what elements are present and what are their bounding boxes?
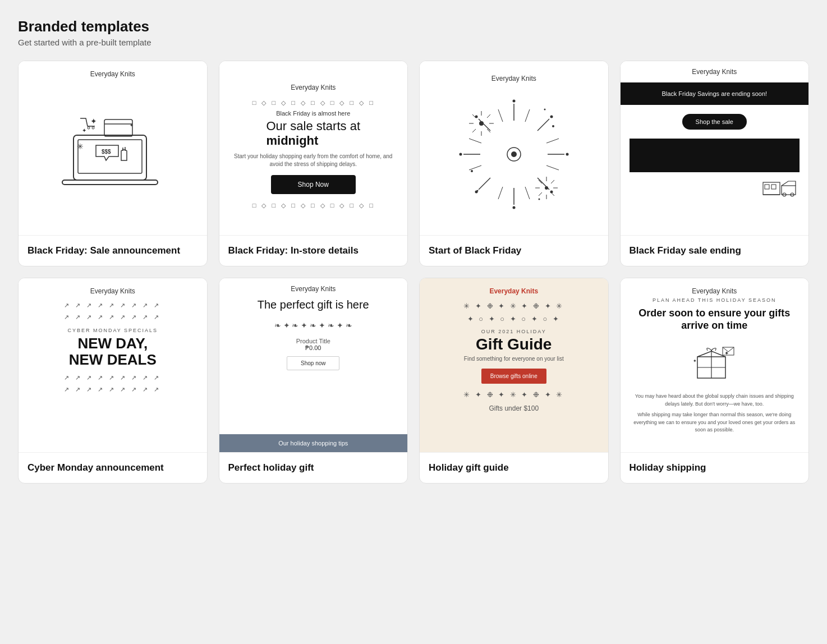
- svg-rect-10: [104, 119, 132, 136]
- card-5-brand: Everyday Knits: [90, 287, 135, 295]
- svg-point-33: [512, 206, 515, 209]
- card-6-product-price: ₱0.00: [305, 344, 321, 352]
- card-7-snowflakes-bottom: ✳ ✦ ❉ ✦ ✳ ✦ ❉ ✦ ✳: [463, 390, 564, 399]
- card-2-cta[interactable]: Shop Now: [271, 175, 356, 194]
- svg-line-20: [479, 178, 490, 190]
- card-4-brand: Everyday Knits: [621, 61, 809, 82]
- svg-line-29: [546, 165, 559, 170]
- card-2-body: Start your holiday shopping early from t…: [231, 153, 397, 168]
- card-2[interactable]: Everyday Knits □ ◇ □ ◇ □ ◇ □ ◇ □ ◇ □ ◇ □…: [219, 61, 408, 266]
- svg-line-22: [498, 109, 503, 122]
- svg-point-57: [545, 186, 548, 190]
- card-2-label: Black Friday: In-store details: [219, 235, 408, 266]
- svg-line-46: [472, 129, 476, 132]
- card-1[interactable]: Everyday Knits $$$: [18, 61, 208, 266]
- card-8-box-illustration: ✦ ✦: [692, 343, 737, 388]
- card-8-label: Holiday shipping: [621, 452, 809, 483]
- card-6-headline: The perfect gift is here: [246, 297, 380, 312]
- svg-text:✳: ✳: [77, 142, 84, 151]
- card-8-brand: Everyday Knits: [692, 287, 737, 295]
- card-6-product-title: Product Title: [296, 338, 330, 344]
- svg-line-25: [525, 187, 530, 199]
- card-2-headline: Our sale starts atmidnight: [266, 119, 360, 149]
- card-7-our-holiday: OUR 2021 HOLIDAY: [481, 329, 546, 334]
- card-3-brand: Everyday Knits: [491, 75, 536, 82]
- template-grid: Everyday Knits $$$: [18, 61, 809, 484]
- card-6-lights: ❧ ✦ ❧ ✦ ❧ ✦ ❧ ✦ ❧: [274, 321, 352, 330]
- card-7-label: Holiday gift guide: [420, 452, 608, 483]
- svg-line-26: [469, 139, 481, 143]
- svg-line-54: [551, 180, 554, 183]
- card-4-delivery: [621, 172, 809, 204]
- svg-point-35: [566, 153, 568, 156]
- svg-point-62: [538, 199, 540, 200]
- card-7[interactable]: Everyday Knits ✳ ✦ ❉ ✦ ✳ ✦ ❉ ✦ ✳ ✦ ○ ✦ ○…: [419, 278, 609, 484]
- card-8[interactable]: Everyday Knits PLAN AHEAD THIS HOLIDAY S…: [620, 278, 810, 484]
- card-7-gifts-under: Gifts under $100: [489, 404, 539, 412]
- svg-line-55: [539, 192, 542, 196]
- svg-point-6: [92, 127, 94, 129]
- card-7-gift-guide: Gift Guide: [476, 335, 552, 353]
- svg-text:✦: ✦: [90, 117, 97, 126]
- card-5-specials: CYBER MONDAY SPECIALS: [67, 328, 158, 333]
- card-5-label: Cyber Monday announcement: [19, 452, 207, 483]
- svg-point-37: [550, 116, 553, 118]
- svg-line-19: [537, 119, 549, 131]
- card-7-snowflakes-top: ✳ ✦ ❉ ✦ ✳ ✦ ❉ ✦ ✳: [463, 302, 564, 310]
- svg-point-48: [479, 121, 484, 126]
- card-4-bottom-bar: [630, 139, 800, 172]
- svg-point-61: [544, 109, 545, 111]
- card-4-shop-btn[interactable]: Shop the sale: [682, 114, 747, 130]
- svg-text:✦: ✦: [82, 127, 86, 134]
- card-6-brand: Everyday Knits: [291, 278, 336, 297]
- card-5-arrows-2: ↗ ↗ ↗ ↗ ↗ ↗ ↗ ↗ ↗: [64, 314, 161, 321]
- svg-point-5: [88, 127, 90, 129]
- card-4-label: Black Friday sale ending: [621, 235, 809, 266]
- card-1-brand: Everyday Knits: [90, 70, 135, 78]
- svg-point-32: [512, 100, 515, 103]
- svg-rect-12: [62, 180, 158, 185]
- svg-text:$$$: $$$: [102, 149, 111, 155]
- svg-line-28: [546, 139, 559, 143]
- svg-line-27: [469, 165, 481, 170]
- card-3-label: Start of Black Friday: [420, 235, 608, 266]
- card-5[interactable]: Everyday Knits ↗ ↗ ↗ ↗ ↗ ↗ ↗ ↗ ↗ ↗ ↗ ↗ ↗…: [18, 278, 208, 484]
- card-4[interactable]: Everyday Knits Black Friday Savings are …: [620, 61, 810, 266]
- card-6-label: Perfect holiday gift: [219, 452, 408, 483]
- card-7-find: Find something for everyone on your list: [464, 356, 564, 362]
- card-8-body2: While shipping may take longer than norm…: [630, 411, 800, 434]
- card-5-arrows-1: ↗ ↗ ↗ ↗ ↗ ↗ ↗ ↗ ↗: [64, 302, 161, 309]
- card-5-arrows-3: ↗ ↗ ↗ ↗ ↗ ↗ ↗ ↗ ↗: [64, 374, 161, 381]
- card-7-snowflakes-mid: ✦ ○ ✦ ○ ✦ ○ ✦ ○ ✦: [467, 315, 560, 323]
- page-subtitle: Get started with a pre-built template: [18, 38, 809, 47]
- card-1-label: Black Friday: Sale announcement: [19, 235, 207, 266]
- card-7-brand: Everyday Knits: [489, 287, 538, 295]
- svg-point-58: [471, 170, 473, 172]
- card-8-headline: Order soon to ensure your gifts arrive o…: [630, 307, 800, 332]
- svg-point-34: [459, 153, 462, 156]
- page-title: Branded templates: [18, 18, 809, 35]
- svg-line-23: [525, 109, 530, 122]
- card-3[interactable]: Everyday Knits: [419, 61, 609, 266]
- svg-line-45: [487, 114, 490, 118]
- card-5-arrows-4: ↗ ↗ ↗ ↗ ↗ ↗ ↗ ↗ ↗: [64, 386, 161, 393]
- page-header: Branded templates Get started with a pre…: [18, 18, 809, 47]
- card-6[interactable]: Everyday Knits The perfect gift is here …: [219, 278, 408, 484]
- svg-point-60: [476, 190, 478, 192]
- card-1-illustration: $$$ ✦ ✦ ✦: [57, 85, 169, 197]
- svg-point-59: [552, 125, 554, 127]
- card-4-shop-section: Shop the sale: [621, 105, 809, 139]
- card-6-shop-btn[interactable]: Shop now: [287, 356, 339, 370]
- card-2-deco: □ ◇ □ ◇ □ ◇ □ ◇ □ ◇ □ ◇ □: [252, 99, 374, 107]
- card-8-plan-ahead: PLAN AHEAD THIS HOLIDAY SEASON: [653, 297, 777, 303]
- card-5-headline: NEW DAY,NEW DEALS: [69, 335, 157, 367]
- card-2-deco-bottom: □ ◇ □ ◇ □ ◇ □ ◇ □ ◇ □ ◇ □: [252, 202, 374, 209]
- card-3-fireworks: [458, 87, 570, 222]
- svg-rect-65: [771, 185, 776, 189]
- card-6-gray-bar: Our holiday shopping tips: [219, 434, 408, 452]
- svg-text:✦: ✦: [693, 358, 697, 364]
- card-7-browse-btn[interactable]: Browse gifts online: [481, 369, 546, 384]
- card-2-small: Black Friday is almost here: [276, 110, 350, 117]
- svg-line-56: [551, 192, 554, 196]
- svg-line-24: [498, 187, 503, 199]
